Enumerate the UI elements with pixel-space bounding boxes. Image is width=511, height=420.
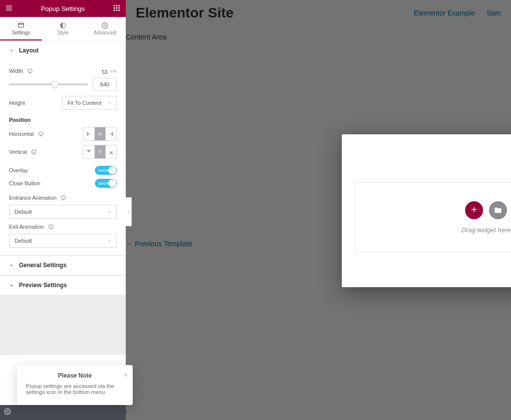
width-units[interactable]: PX VW bbox=[102, 69, 117, 73]
sidebar-header: Popup Settings bbox=[0, 0, 126, 17]
responsive-icon[interactable] bbox=[48, 224, 54, 230]
settings-panel: Layout Width PX VW bbox=[0, 41, 126, 420]
toggle-knob bbox=[108, 166, 116, 174]
close-button-control: Close Button SHOW bbox=[9, 179, 117, 188]
align-bottom-button[interactable] bbox=[105, 145, 116, 158]
width-slider-track[interactable] bbox=[9, 83, 88, 85]
svg-rect-4 bbox=[116, 5, 118, 6]
gear-icon bbox=[101, 22, 108, 29]
align-center-button[interactable] bbox=[94, 127, 105, 140]
section-preview-head[interactable]: Preview Settings bbox=[0, 276, 126, 295]
caret-down-icon bbox=[9, 48, 14, 53]
svg-rect-9 bbox=[114, 9, 115, 11]
horizontal-control: Horizontal bbox=[9, 127, 117, 141]
unit-px[interactable]: PX bbox=[102, 69, 108, 73]
height-value: Fit To Content bbox=[67, 100, 101, 106]
responsive-icon[interactable] bbox=[60, 195, 66, 201]
section-general-head[interactable]: General Settings bbox=[0, 256, 126, 275]
horizontal-align-group bbox=[83, 127, 117, 141]
align-left-button[interactable] bbox=[83, 127, 94, 140]
svg-rect-7 bbox=[116, 7, 118, 8]
add-widget-button[interactable]: + bbox=[465, 201, 483, 219]
svg-rect-10 bbox=[116, 9, 118, 11]
editor-canvas: Elementor Site Elementor Example Sam Con… bbox=[126, 0, 511, 420]
svg-rect-11 bbox=[118, 9, 120, 11]
bottom-menu-bar bbox=[0, 405, 126, 420]
horizontal-label: Horizontal bbox=[9, 131, 34, 137]
editor-sidebar: Popup Settings Settings Style Advanced L… bbox=[0, 0, 126, 420]
svg-rect-19 bbox=[39, 132, 43, 135]
entrance-animation-control: Entrance Animation bbox=[9, 195, 117, 201]
entrance-value: Default bbox=[14, 209, 32, 215]
exit-select[interactable]: Default bbox=[9, 234, 117, 248]
exit-value: Default bbox=[14, 238, 32, 244]
tab-settings[interactable]: Settings bbox=[0, 17, 42, 40]
window-icon bbox=[17, 22, 24, 29]
responsive-icon[interactable] bbox=[27, 68, 33, 74]
entrance-label: Entrance Animation bbox=[9, 195, 56, 201]
responsive-icon[interactable] bbox=[38, 131, 44, 137]
section-layout-head[interactable]: Layout bbox=[0, 41, 126, 60]
panel-collapse-handle[interactable] bbox=[126, 197, 132, 226]
panel-spacer bbox=[0, 295, 126, 355]
height-select[interactable]: Fit To Content bbox=[62, 96, 117, 110]
popup-preview: + Drag widget here bbox=[342, 134, 511, 287]
half-circle-icon bbox=[59, 22, 66, 29]
width-input[interactable] bbox=[93, 78, 117, 91]
section-layout-title: Layout bbox=[19, 47, 38, 54]
sidebar-title: Popup Settings bbox=[13, 5, 113, 12]
exit-label: Exit Animation bbox=[9, 224, 44, 230]
close-button-label: Close Button bbox=[9, 180, 40, 186]
width-control: Width PX VW bbox=[9, 68, 117, 74]
vertical-align-group bbox=[83, 145, 117, 159]
svg-rect-6 bbox=[114, 7, 115, 8]
svg-rect-25 bbox=[32, 150, 36, 153]
svg-point-15 bbox=[104, 24, 106, 26]
unit-vw[interactable]: VW bbox=[110, 69, 117, 73]
note-close-button[interactable]: × bbox=[124, 371, 128, 379]
width-slider bbox=[9, 78, 117, 91]
toggle-knob bbox=[108, 179, 116, 187]
svg-rect-12 bbox=[18, 23, 24, 27]
align-middle-button[interactable] bbox=[94, 145, 105, 158]
chevron-down-icon bbox=[107, 239, 111, 243]
chevron-left-icon bbox=[127, 210, 131, 214]
svg-rect-5 bbox=[118, 5, 120, 6]
align-top-button[interactable] bbox=[83, 145, 94, 158]
chevron-down-icon bbox=[107, 101, 111, 105]
tab-settings-label: Settings bbox=[12, 30, 30, 35]
section-layout: Layout Width PX VW bbox=[0, 41, 126, 255]
height-control: Height Fit To Content bbox=[9, 96, 117, 110]
overlay-control: Overlay SHOW bbox=[9, 166, 117, 175]
note-body: Popup settings are accessed via the sett… bbox=[26, 383, 124, 395]
section-general-title: General Settings bbox=[19, 262, 66, 269]
tab-advanced[interactable]: Advanced bbox=[84, 17, 126, 40]
widgets-grid-icon[interactable] bbox=[113, 4, 121, 13]
section-preview-title: Preview Settings bbox=[19, 282, 67, 289]
chevron-down-icon bbox=[107, 210, 111, 214]
svg-rect-31 bbox=[61, 196, 65, 199]
svg-rect-34 bbox=[49, 225, 53, 228]
hamburger-icon[interactable] bbox=[5, 4, 13, 13]
width-label: Width bbox=[9, 68, 23, 74]
position-label: Position bbox=[9, 117, 117, 123]
template-library-button[interactable] bbox=[489, 201, 507, 219]
caret-right-icon bbox=[9, 263, 14, 268]
align-right-button[interactable] bbox=[105, 127, 116, 140]
widget-dropzone[interactable]: + Drag widget here bbox=[355, 182, 511, 252]
height-label: Height bbox=[9, 100, 25, 106]
overlay-label: Overlay bbox=[9, 167, 28, 173]
close-button-toggle[interactable]: SHOW bbox=[95, 179, 117, 188]
caret-right-icon bbox=[9, 283, 14, 288]
dropzone-buttons: + bbox=[465, 201, 507, 219]
overlay-toggle[interactable]: SHOW bbox=[95, 166, 117, 175]
width-slider-thumb[interactable] bbox=[51, 81, 58, 88]
note-title: Please Note bbox=[26, 372, 124, 379]
settings-gear-button[interactable] bbox=[4, 408, 11, 417]
responsive-icon[interactable] bbox=[31, 149, 37, 155]
tab-style[interactable]: Style bbox=[42, 17, 84, 40]
entrance-select[interactable]: Default bbox=[9, 205, 117, 219]
dropzone-text: Drag widget here bbox=[462, 226, 511, 234]
tab-advanced-label: Advanced bbox=[94, 30, 116, 35]
svg-rect-3 bbox=[114, 5, 115, 6]
